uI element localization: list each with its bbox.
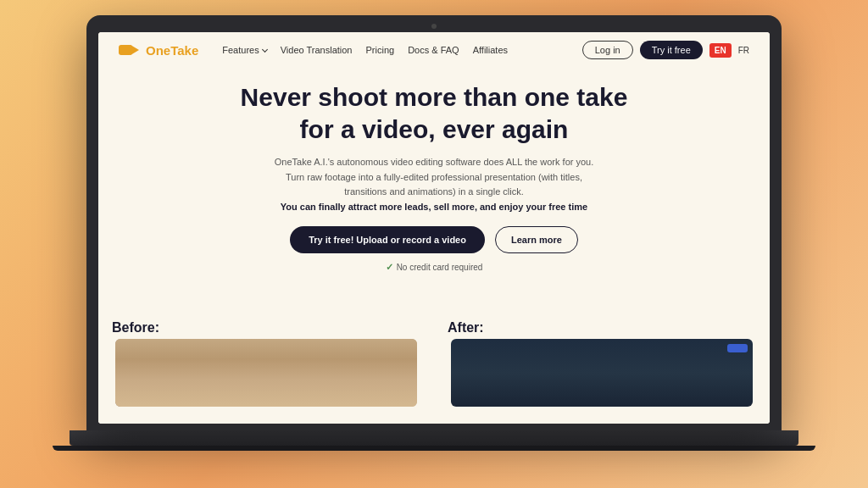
- nav-links: Features Video Translation Pricing Docs …: [222, 45, 565, 55]
- after-person-silhouette: [451, 339, 753, 407]
- nav-pricing[interactable]: Pricing: [366, 45, 395, 55]
- nav-docs-faq[interactable]: Docs & FAQ: [408, 45, 459, 55]
- laptop-wrapper: OneTake Features Video Translation Prici…: [86, 15, 782, 473]
- hero-section: Never shoot more than one take for a vid…: [98, 68, 770, 313]
- svg-rect-0: [119, 45, 132, 55]
- features-chevron-icon: [262, 46, 268, 52]
- lang-fr-button[interactable]: FR: [738, 46, 749, 55]
- navbar: OneTake Features Video Translation Prici…: [98, 32, 770, 68]
- nav-video-translation[interactable]: Video Translation: [281, 45, 353, 55]
- before-video-thumbnail: [115, 339, 417, 407]
- laptop-base: [70, 430, 798, 446]
- before-after-section: Before: After:: [98, 313, 770, 424]
- no-credit-card-notice: ✓ No credit card required: [386, 262, 483, 273]
- logo-text: OneTake: [146, 43, 198, 58]
- cta-primary-button[interactable]: Try it free! Upload or record a video: [290, 226, 485, 253]
- try-free-button[interactable]: Try it free: [640, 41, 703, 59]
- nav-affiliates[interactable]: Affiliates: [473, 45, 508, 55]
- laptop-foot: [53, 446, 815, 451]
- check-icon: ✓: [386, 262, 393, 273]
- hero-title: Never shoot more than one take for a vid…: [231, 81, 637, 145]
- nav-features[interactable]: Features: [222, 45, 266, 55]
- before-label: Before:: [98, 313, 434, 339]
- logo[interactable]: OneTake: [119, 42, 198, 58]
- logo-icon: [119, 42, 142, 58]
- hero-buttons: Try it free! Upload or record a video Le…: [290, 226, 578, 253]
- after-video-thumbnail: [451, 339, 753, 407]
- nav-actions: Log in Try it free EN FR: [582, 41, 749, 59]
- laptop-screen-inner: OneTake Features Video Translation Prici…: [98, 32, 770, 424]
- hero-subtitle: OneTake A.I.'s autonomous video editing …: [275, 155, 594, 214]
- svg-marker-1: [131, 45, 139, 55]
- login-button[interactable]: Log in: [582, 41, 633, 59]
- before-section: Before:: [98, 313, 434, 424]
- laptop-screen: OneTake Features Video Translation Prici…: [86, 15, 782, 430]
- laptop-camera: [431, 24, 437, 29]
- before-person-silhouette: [115, 339, 417, 407]
- lang-en-button[interactable]: EN: [709, 43, 732, 58]
- website: OneTake Features Video Translation Prici…: [98, 32, 770, 424]
- after-label: After:: [434, 313, 770, 339]
- cta-secondary-button[interactable]: Learn more: [495, 226, 578, 253]
- after-section: After:: [434, 313, 770, 424]
